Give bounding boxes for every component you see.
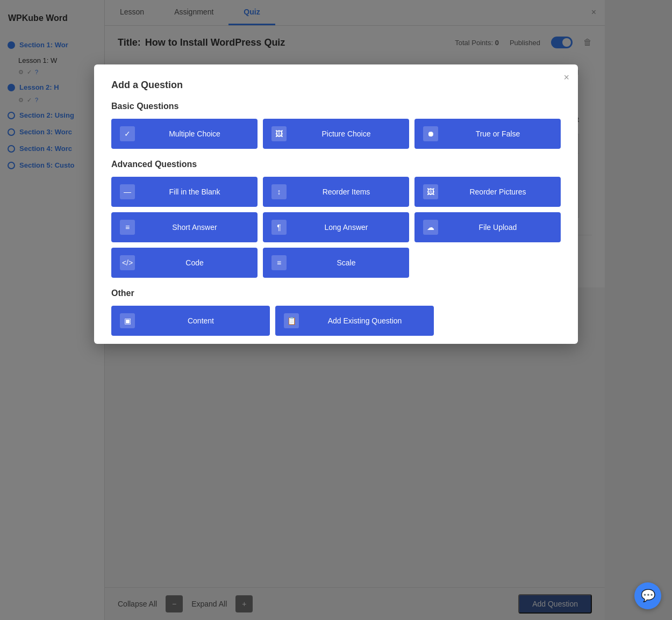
add-existing-question-button[interactable]: 📋 Add Existing Question	[275, 306, 434, 336]
reorder-pictures-label: Reorder Pictures	[444, 188, 552, 196]
fill-blank-button[interactable]: — Fill in the Blank	[111, 177, 258, 207]
short-answer-label: Short Answer	[140, 223, 249, 232]
add-existing-label: Add Existing Question	[304, 316, 425, 325]
multiple-choice-button[interactable]: ✓ Multiple Choice	[111, 119, 258, 149]
advanced-questions-heading: Advanced Questions	[111, 160, 561, 169]
short-answer-button[interactable]: ≡ Short Answer	[111, 212, 258, 242]
chat-bubble[interactable]: 💬	[634, 582, 661, 609]
modal-overlay: × Add a Question Basic Questions ✓ Multi…	[0, 0, 672, 620]
code-icon: </>	[120, 255, 135, 270]
reorder-pictures-icon: 🖼	[423, 184, 438, 199]
reorder-items-icon: ↕	[271, 184, 287, 199]
picture-choice-label: Picture Choice	[292, 129, 401, 138]
multiple-choice-label: Multiple Choice	[140, 129, 249, 138]
reorder-items-label: Reorder Items	[292, 188, 401, 196]
fill-blank-label: Fill in the Blank	[140, 188, 249, 196]
basic-questions-heading: Basic Questions	[111, 102, 561, 111]
picture-choice-icon: 🖼	[271, 126, 287, 141]
scale-label: Scale	[292, 258, 401, 267]
basic-questions-grid: ✓ Multiple Choice 🖼 Picture Choice ⏺ Tru…	[111, 119, 561, 149]
long-answer-icon: ¶	[271, 220, 287, 235]
reorder-pictures-button[interactable]: 🖼 Reorder Pictures	[414, 177, 561, 207]
reorder-items-button[interactable]: ↕ Reorder Items	[263, 177, 409, 207]
chat-icon: 💬	[641, 589, 655, 603]
scale-button[interactable]: ≡ Scale	[263, 248, 409, 278]
scale-icon: ≡	[271, 255, 287, 270]
long-answer-button[interactable]: ¶ Long Answer	[263, 212, 409, 242]
code-label: Code	[140, 258, 249, 267]
modal-close-button[interactable]: ×	[563, 72, 569, 83]
true-false-button[interactable]: ⏺ True or False	[414, 119, 561, 149]
fill-blank-icon: —	[120, 184, 135, 199]
file-upload-label: File Upload	[444, 223, 552, 232]
other-heading: Other	[111, 289, 561, 298]
true-false-icon: ⏺	[423, 126, 438, 141]
content-button[interactable]: ▣ Content	[111, 306, 270, 336]
long-answer-label: Long Answer	[292, 223, 401, 232]
add-question-modal: × Add a Question Basic Questions ✓ Multi…	[94, 64, 578, 344]
add-existing-icon: 📋	[284, 313, 299, 328]
other-grid: ▣ Content 📋 Add Existing Question	[111, 306, 434, 336]
short-answer-icon: ≡	[120, 220, 135, 235]
code-button[interactable]: </> Code	[111, 248, 258, 278]
file-upload-icon: ☁	[423, 220, 438, 235]
multiple-choice-icon: ✓	[120, 126, 135, 141]
file-upload-button[interactable]: ☁ File Upload	[414, 212, 561, 242]
picture-choice-button[interactable]: 🖼 Picture Choice	[263, 119, 409, 149]
content-icon: ▣	[120, 313, 135, 328]
advanced-questions-grid: — Fill in the Blank ↕ Reorder Items 🖼 Re…	[111, 177, 561, 278]
modal-title: Add a Question	[111, 80, 561, 91]
content-label: Content	[140, 316, 261, 325]
true-false-label: True or False	[444, 129, 552, 138]
